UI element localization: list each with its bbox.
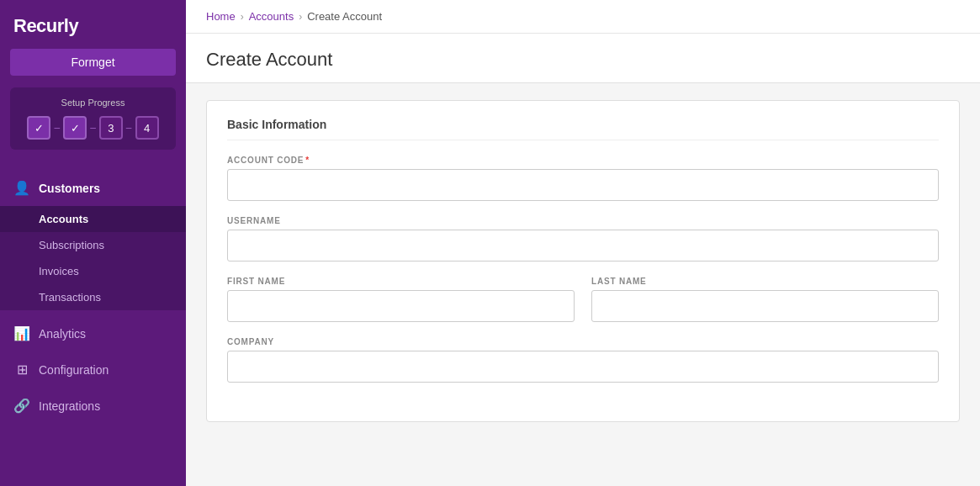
breadcrumb: Home › Accounts › Create Account [186, 0, 980, 34]
account-code-group: ACCOUNT CODE* [227, 156, 939, 201]
create-account-form: Basic Information ACCOUNT CODE* USERNAME… [206, 100, 960, 422]
breadcrumb-sep-1: › [241, 11, 244, 23]
step-4: 4 [135, 116, 159, 140]
last-name-input[interactable] [591, 290, 939, 322]
sidebar: Recurly Formget Setup Progress ✓ – ✓ – 3… [0, 0, 186, 486]
form-section-title: Basic Information [227, 118, 939, 140]
company-group: COMPANY [227, 337, 939, 383]
configuration-icon: ⊞ [13, 362, 30, 378]
company-input[interactable] [227, 351, 939, 383]
sidebar-subitem-accounts[interactable]: Accounts [0, 206, 186, 232]
sidebar-item-analytics-label: Analytics [39, 327, 86, 341]
sidebar-item-analytics[interactable]: 📊 Analytics [0, 315, 186, 351]
first-name-input[interactable] [227, 290, 575, 322]
customers-icon: 👤 [13, 180, 30, 196]
first-name-group: FIRST NAME [227, 277, 575, 322]
sidebar-item-integrations-label: Integrations [39, 399, 100, 413]
step-dash-3: – [124, 122, 134, 134]
setup-label: Setup Progress [19, 98, 167, 108]
account-code-label: ACCOUNT CODE* [227, 156, 939, 165]
required-indicator: * [305, 156, 310, 165]
formget-button[interactable]: Formget [10, 49, 176, 76]
sidebar-item-customers[interactable]: 👤 Customers [0, 170, 186, 206]
last-name-group: LAST NAME [591, 277, 939, 322]
last-name-label: LAST NAME [591, 277, 939, 286]
main-content: Home › Accounts › Create Account Create … [186, 0, 980, 486]
name-row: FIRST NAME LAST NAME [227, 277, 939, 337]
logo-area: Recurly [0, 0, 186, 49]
sidebar-item-configuration-label: Configuration [39, 363, 109, 377]
breadcrumb-current: Create Account [307, 10, 382, 23]
account-code-input[interactable] [227, 169, 939, 201]
breadcrumb-sep-2: › [299, 11, 302, 23]
logo: Recurly [13, 15, 78, 37]
analytics-icon: 📊 [13, 325, 30, 341]
sidebar-item-configuration[interactable]: ⊞ Configuration [0, 351, 186, 388]
sidebar-item-customers-label: Customers [39, 182, 100, 195]
page-title: Create Account [206, 49, 960, 71]
customers-subnav: Accounts Subscriptions Invoices Transact… [0, 206, 186, 310]
username-group: USERNAME [227, 216, 939, 261]
username-input[interactable] [227, 230, 939, 261]
setup-progress: Setup Progress ✓ – ✓ – 3 – 4 [10, 87, 176, 150]
step-3: 3 [99, 116, 123, 140]
step-2: ✓ [63, 116, 87, 140]
sidebar-subitem-transactions[interactable]: Transactions [0, 284, 186, 310]
page-header: Create Account [186, 34, 980, 83]
sidebar-item-integrations[interactable]: 🔗 Integrations [0, 388, 186, 424]
breadcrumb-home[interactable]: Home [206, 10, 236, 23]
first-name-label: FIRST NAME [227, 277, 575, 286]
step-1: ✓ [27, 116, 50, 140]
company-label: COMPANY [227, 337, 939, 346]
progress-steps: ✓ – ✓ – 3 – 4 [19, 116, 167, 140]
step-dash-1: – [52, 122, 61, 134]
step-dash-2: – [88, 122, 98, 134]
username-label: USERNAME [227, 216, 939, 225]
breadcrumb-accounts[interactable]: Accounts [249, 10, 294, 23]
nav-customers-section: 👤 Customers Accounts Subscriptions Invoi… [0, 165, 186, 315]
sidebar-subitem-subscriptions[interactable]: Subscriptions [0, 232, 186, 258]
integrations-icon: 🔗 [13, 398, 30, 414]
sidebar-subitem-invoices[interactable]: Invoices [0, 258, 186, 284]
